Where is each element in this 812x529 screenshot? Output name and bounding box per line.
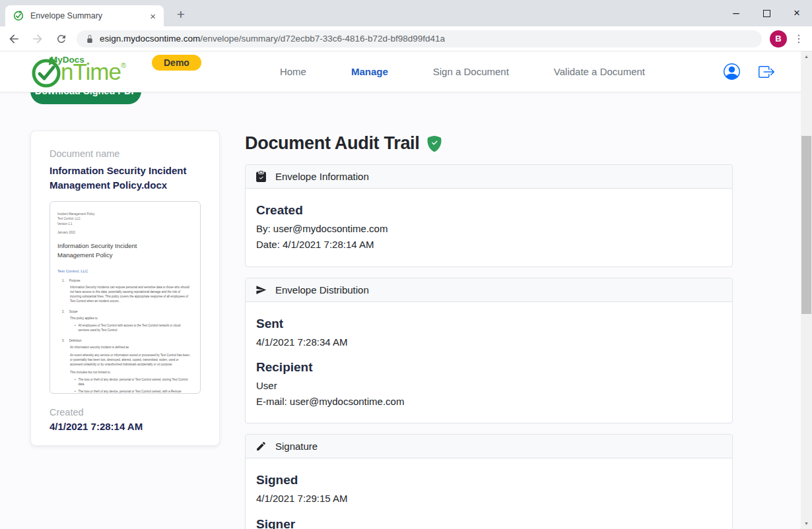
preview-title: Information Security Incident Management… bbox=[57, 241, 170, 260]
preview-paragraph: This policy applies to bbox=[57, 317, 193, 321]
nav-manage[interactable]: Manage bbox=[351, 66, 388, 77]
pen-icon bbox=[255, 441, 267, 452]
preview-section-heading: 1.Purpose bbox=[57, 279, 193, 282]
url-domain: esign.mydocsontime.com bbox=[100, 34, 200, 44]
detail-line: Date: 4/1/2021 7:28:14 AM bbox=[256, 237, 722, 251]
minimize-button[interactable]: – bbox=[721, 0, 751, 26]
demo-badge: Demo bbox=[152, 55, 201, 71]
group-heading: Sent bbox=[256, 317, 722, 331]
maximize-button[interactable] bbox=[751, 0, 782, 26]
address-bar: esign.mydocsontime.com/envelope/summary/… bbox=[0, 26, 812, 51]
signature-section: Signature Signed 4/1/2021 7:29:15 AM Sig… bbox=[245, 434, 733, 529]
maximize-icon bbox=[763, 10, 770, 17]
reload-button[interactable] bbox=[51, 29, 71, 49]
envelope-distribution-section: Envelope Distribution Sent 4/1/2021 7:28… bbox=[245, 278, 733, 424]
preview-date: January 2021 bbox=[57, 231, 193, 234]
section-title: Signature bbox=[275, 441, 318, 452]
forward-button[interactable] bbox=[28, 29, 48, 49]
detail-line: 4/1/2021 7:29:15 AM bbox=[256, 491, 722, 505]
scroll-down-arrow[interactable]: ▼ bbox=[801, 518, 812, 529]
envelope-information-section: Envelope Information Created By: user@my… bbox=[245, 164, 733, 267]
section-title: Envelope Distribution bbox=[275, 284, 369, 296]
audit-trail-panel: Document Audit Trail Envelope Informatio… bbox=[245, 133, 733, 529]
preview-section-heading: 3.Definition bbox=[57, 339, 193, 342]
browser-profile-avatar[interactable]: B bbox=[770, 30, 787, 47]
preview-bullet: •All employees of Text Control with acce… bbox=[57, 324, 193, 333]
page-scrollbar[interactable]: ▲ ▼ bbox=[801, 51, 812, 529]
nav-home[interactable]: Home bbox=[280, 66, 306, 77]
tab-title: Envelope Summary bbox=[30, 11, 147, 20]
preview-bullet: •The loss or theft of any device, person… bbox=[57, 390, 193, 394]
lock-icon bbox=[86, 34, 94, 44]
detail-line: 4/1/2021 7:28:34 AM bbox=[256, 335, 722, 349]
url-text: esign.mydocsontime.com/envelope/summary/… bbox=[100, 34, 445, 44]
detail-line: User bbox=[256, 379, 722, 392]
tab-close-icon[interactable]: × bbox=[147, 11, 158, 22]
scroll-up-arrow[interactable]: ▲ bbox=[801, 51, 812, 62]
site-header: MyDocs nTime® Demo Home Manage Sign a Do… bbox=[0, 51, 801, 92]
preview-paragraph: An event whereby any service or informat… bbox=[57, 354, 193, 367]
browser-tab[interactable]: Envelope Summary × bbox=[5, 5, 164, 26]
document-preview-thumbnail: Incident Management Policy Text Control,… bbox=[50, 201, 201, 394]
detail-line: E-mail: user@mydocsontime.com bbox=[256, 394, 722, 408]
preview-meta-line: Incident Management Policy bbox=[57, 212, 193, 217]
document-summary-card: Document name Information Security Incid… bbox=[30, 131, 220, 446]
preview-meta-line: Text Control, LLC bbox=[57, 216, 193, 222]
created-value: 4/1/2021 7:28:14 AM bbox=[50, 421, 201, 432]
nav-sign-a-document[interactable]: Sign a Document bbox=[433, 66, 509, 77]
logo-ontime-text: nTime® bbox=[61, 59, 125, 85]
nav-validate-a-document[interactable]: Validate a Document bbox=[554, 66, 645, 77]
back-button[interactable] bbox=[4, 29, 24, 49]
registered-mark: ® bbox=[121, 61, 125, 69]
created-label: Created bbox=[50, 407, 201, 418]
section-title: Envelope Information bbox=[275, 171, 369, 182]
browser-menu-icon[interactable]: ⋮ bbox=[791, 32, 812, 45]
preview-paragraph: An information security incident is defi… bbox=[57, 346, 193, 350]
preview-bullet: •The loss or theft of any device, person… bbox=[57, 378, 193, 387]
group-heading: Recipient bbox=[256, 360, 722, 375]
logout-icon[interactable] bbox=[759, 64, 774, 80]
url-path: /envelope/summary/d72ecbb7-33c6-4816-b72… bbox=[200, 34, 445, 44]
preview-company: Text Control, LLC bbox=[57, 269, 193, 273]
window-controls: – × bbox=[721, 0, 812, 26]
site-favicon-icon bbox=[13, 11, 24, 21]
browser-tab-strip: Envelope Summary × + – × bbox=[0, 0, 812, 26]
group-heading: Created bbox=[256, 203, 722, 218]
header-icons bbox=[724, 63, 774, 80]
url-field[interactable]: esign.mydocsontime.com/envelope/summary/… bbox=[77, 30, 762, 47]
detail-line: By: user@mydocsontime.com bbox=[256, 222, 722, 235]
section-header: Signature bbox=[246, 435, 732, 458]
main-navigation: Home Manage Sign a Document Validate a D… bbox=[201, 66, 724, 77]
preview-paragraph: This includes but not limited to: bbox=[57, 371, 193, 375]
shield-check-icon bbox=[426, 136, 442, 152]
preview-section-heading: 2.Scope bbox=[57, 310, 193, 313]
mydocs-ontime-logo[interactable]: MyDocs nTime® bbox=[30, 51, 148, 92]
scrollbar-thumb[interactable] bbox=[801, 136, 811, 314]
document-name: Information Security Incident Management… bbox=[50, 164, 201, 193]
user-account-icon[interactable] bbox=[724, 63, 740, 80]
section-header: Envelope Distribution bbox=[246, 278, 732, 302]
clipboard-check-icon bbox=[255, 171, 267, 182]
new-tab-button[interactable]: + bbox=[172, 6, 190, 24]
send-icon bbox=[255, 284, 267, 296]
group-heading: Signed bbox=[256, 473, 722, 487]
document-name-label: Document name bbox=[50, 148, 201, 159]
page-title: Document Audit Trail bbox=[245, 133, 420, 154]
section-header: Envelope Information bbox=[246, 165, 732, 189]
group-heading: Signer bbox=[256, 517, 722, 529]
close-button[interactable]: × bbox=[782, 0, 812, 26]
preview-paragraph: Information Security Incidents can expos… bbox=[57, 286, 193, 304]
page-content: Download Signed PDF MyDocs nTime® Demo H… bbox=[0, 51, 801, 529]
preview-meta-line: Version 1.1 bbox=[57, 222, 193, 227]
